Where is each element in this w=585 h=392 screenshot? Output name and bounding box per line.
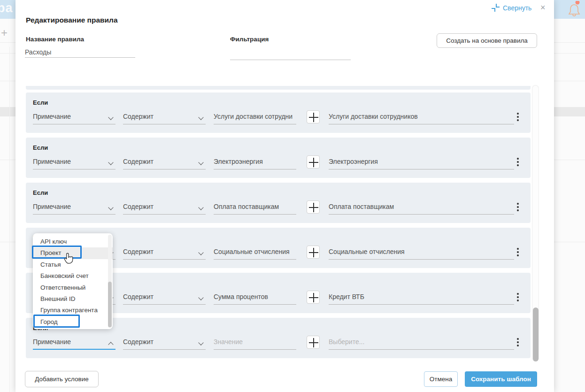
- add-value-button[interactable]: [307, 155, 320, 169]
- if-label: Если: [33, 189, 48, 196]
- dropdown-item-responsible[interactable]: Ответственный: [33, 282, 113, 293]
- value-input[interactable]: Услуги доставки сотрудни: [214, 110, 296, 124]
- rule-name-input[interactable]: Расходы: [25, 48, 51, 56]
- collapse-button[interactable]: Свернуть: [492, 4, 531, 12]
- field-select[interactable]: Примечание: [33, 155, 115, 169]
- target-input[interactable]: Оплата поставщикам: [329, 200, 514, 215]
- operator-select[interactable]: Содержит: [123, 200, 206, 215]
- hand-cursor-icon: [64, 253, 74, 267]
- dropdown-item-counterparty-group[interactable]: Группа контрагента: [33, 305, 113, 316]
- field-select[interactable]: Примечание: [33, 200, 115, 215]
- operator-select[interactable]: Содержит: [123, 291, 206, 305]
- cancel-button[interactable]: Отмена: [424, 371, 458, 387]
- condition-row: Если Примечание Содержит Услуги доставки…: [26, 92, 531, 133]
- operator-select[interactable]: Содержит: [123, 110, 206, 124]
- row-menu-button[interactable]: [514, 155, 522, 169]
- bg-plus-icon: +: [1, 26, 8, 39]
- operator-select[interactable]: Содержит: [123, 155, 206, 169]
- row-menu-button[interactable]: [514, 291, 522, 304]
- add-value-button[interactable]: [307, 246, 320, 259]
- operator-select[interactable]: Содержит: [123, 246, 206, 260]
- chevron-down-icon: [198, 115, 203, 120]
- chevron-down-icon: [198, 295, 203, 300]
- dropdown-scrollbar-thumb[interactable]: [108, 282, 112, 327]
- add-value-button[interactable]: [307, 200, 320, 214]
- topbar-partial-title: ра: [0, 1, 13, 15]
- chevron-down-icon: [198, 340, 203, 345]
- target-input[interactable]: Кредит ВТБ: [329, 291, 514, 305]
- target-input[interactable]: Выберите...: [329, 336, 514, 350]
- operator-select[interactable]: Содержит: [123, 336, 206, 350]
- scrollbar-thumb[interactable]: [533, 307, 539, 361]
- chevron-down-icon: [108, 115, 113, 120]
- chevron-up-icon: [108, 342, 113, 347]
- chevron-down-icon: [198, 160, 203, 165]
- collapse-label: Свернуть: [503, 4, 531, 12]
- dropdown-item-city[interactable]: Город: [33, 316, 113, 328]
- value-input[interactable]: Значение: [214, 336, 296, 350]
- row-menu-button[interactable]: [514, 336, 522, 349]
- chevron-down-icon: [198, 205, 203, 210]
- dropdown-item-external-id[interactable]: Внешний ID: [33, 293, 113, 305]
- field-select-open[interactable]: Примечание: [33, 336, 115, 350]
- save-template-button[interactable]: Сохранить шаблон: [465, 371, 537, 387]
- rule-name-underline: [25, 57, 135, 58]
- dropdown-item-api-key[interactable]: API ключ: [33, 236, 113, 247]
- collapse-icon: [492, 4, 500, 12]
- chevron-down-icon: [108, 160, 113, 165]
- edit-rule-modal: Свернуть × Редактирование правила Назван…: [15, 0, 554, 392]
- dropdown-item-bank-account[interactable]: Банковский счет: [33, 270, 113, 282]
- if-label: Если: [33, 144, 48, 151]
- close-icon[interactable]: ×: [540, 3, 546, 13]
- field-dropdown: API ключ Проект Статья Банковский счет О…: [33, 233, 113, 329]
- create-from-rule-button[interactable]: Создать на основе правила: [437, 33, 537, 48]
- chevron-down-icon: [198, 250, 203, 255]
- value-input[interactable]: Электроэнергия: [214, 155, 296, 169]
- target-input[interactable]: Социальные отчисления: [329, 246, 514, 260]
- bell-icon[interactable]: [566, 1, 583, 22]
- add-condition-button[interactable]: Добавить условие: [25, 371, 99, 387]
- value-input[interactable]: Социальные отчисления: [214, 246, 296, 260]
- row-menu-button[interactable]: [514, 110, 522, 123]
- partial-row-top: [26, 86, 531, 90]
- chevron-down-icon: [108, 205, 113, 210]
- add-value-button[interactable]: [307, 291, 320, 304]
- value-input[interactable]: Сумма процентов: [214, 291, 296, 305]
- field-select[interactable]: Примечание: [33, 110, 115, 124]
- row-menu-button[interactable]: [514, 246, 522, 259]
- modal-title: Редактирование правила: [26, 16, 118, 24]
- target-input[interactable]: Электроэнергия: [329, 155, 514, 169]
- value-input[interactable]: Оплата поставщикам: [214, 200, 296, 215]
- bg-column-divider: [9, 47, 10, 392]
- add-value-button[interactable]: [307, 336, 320, 349]
- add-value-button[interactable]: [307, 110, 320, 123]
- filter-underline: [230, 60, 351, 60]
- condition-row: Если Примечание Содержит Оплата поставщи…: [26, 183, 531, 223]
- condition-row: Если Примечание Содержит Электроэнергия …: [26, 138, 531, 178]
- row-menu-button[interactable]: [514, 200, 522, 214]
- if-label: Если: [33, 99, 48, 106]
- filter-label: Фильтрация: [230, 36, 269, 43]
- target-input[interactable]: Услуги доставки сотрудников: [329, 110, 514, 124]
- rule-name-label: Название правила: [26, 36, 84, 43]
